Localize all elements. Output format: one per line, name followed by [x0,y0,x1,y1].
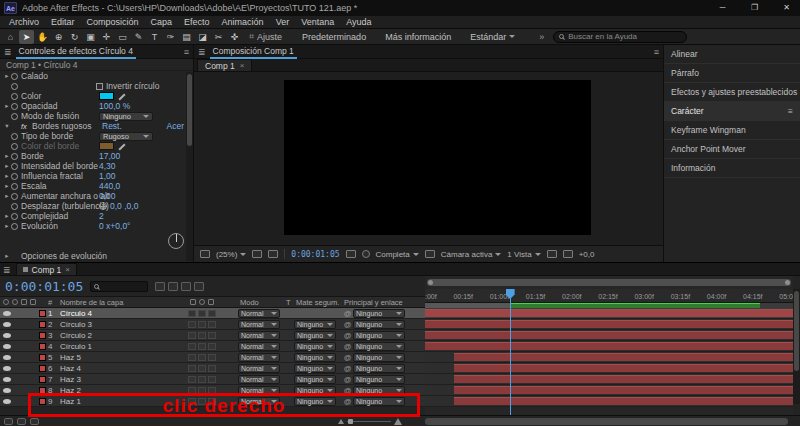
stopwatch-icon[interactable] [11,193,18,200]
parent-pickwhip-icon[interactable]: @ [342,342,353,351]
layer-name[interactable]: Haz 3 [60,375,188,384]
tool-icon[interactable]: ✎ [131,30,146,44]
time-ruler[interactable]: :00f00:15f01:00f01:15f02:00f02:15f03:00f… [425,289,793,303]
menu-item[interactable]: Efecto [178,17,216,27]
layer-duration-bar[interactable] [425,331,793,339]
crosshair-icon[interactable] [99,202,107,210]
tool-icon[interactable]: ✂ [211,30,226,44]
column-track-matte[interactable]: Mate segum. [296,298,344,307]
layer-name[interactable]: Círculo 2 [60,331,188,340]
layer-switches[interactable] [188,365,238,372]
layer-duration-bar[interactable] [425,309,793,317]
active-camera-dropdown[interactable]: Cámara activa [441,250,502,259]
rotation-dial[interactable] [168,233,184,249]
search-input[interactable] [568,32,673,41]
menu-item[interactable]: Ventana [295,17,340,27]
color-swatch[interactable] [99,142,114,150]
sidebar-panel-header[interactable]: Efectos y ajustes preestablecidos [664,83,800,102]
twirl-icon[interactable]: ▸ [3,172,11,180]
track-matte-dropdown[interactable]: Ninguno [294,375,336,384]
visibility-toggle[interactable] [3,377,15,382]
column-layer-name[interactable]: Nombre de la capa [60,298,190,307]
tool-icon[interactable]: ⊕ [51,30,66,44]
parent-dropdown[interactable]: Ninguno [353,364,405,373]
parent-pickwhip-icon[interactable]: @ [342,353,353,362]
twirl-icon[interactable]: ▾ [3,122,11,130]
pixel-aspect-icon[interactable] [547,250,557,258]
layer-track[interactable] [425,396,793,407]
region-of-interest-icon[interactable] [425,250,435,258]
property-value[interactable]: 1,00 [99,171,116,181]
layer-switches[interactable] [188,321,238,328]
layer-color-swatch[interactable] [39,365,46,372]
composition-viewport[interactable] [194,72,663,245]
menu-item[interactable]: Composición [81,17,145,27]
tool-icon[interactable]: ✋ [35,30,50,44]
panel-menu-icon[interactable]: ≡ [788,106,793,116]
sidebar-panel-header[interactable]: Alinear [664,45,800,64]
layer-duration-bar[interactable] [425,342,793,350]
tool-icon[interactable]: ✛ [99,30,114,44]
property-value[interactable]: 0 x+0,0° [99,221,131,231]
layer-row[interactable]: 5 Haz 5 Normal Ninguno @ Ninguno [0,352,425,363]
snap-icon[interactable]: ⌗ [249,31,254,42]
blend-mode-dropdown[interactable]: Normal [238,342,280,351]
sidebar-panel-header[interactable]: Carácter ≡ [664,102,800,121]
magnification-dropdown[interactable]: (25%) [216,250,246,259]
layer-row[interactable]: 4 Círculo 1 Normal Ninguno @ Ninguno [0,341,425,352]
resolution-dropdown[interactable]: Completa [376,250,419,259]
fast-preview-icon[interactable] [563,250,573,258]
property-value[interactable]: 0,0 ,0,0 [110,201,138,211]
parent-pickwhip-icon[interactable]: @ [342,331,353,340]
layer-name[interactable]: Círculo 4 [60,309,188,318]
layer-track[interactable] [425,385,793,396]
track-matte-dropdown[interactable]: Ninguno [294,331,336,340]
property-value[interactable]: 100,0 % [99,101,130,111]
layer-track[interactable] [425,341,793,352]
property-value[interactable]: 0,00 [99,191,116,201]
visibility-toggle[interactable] [3,333,15,338]
tool-icon[interactable]: ✑ [163,30,178,44]
blend-mode-dropdown[interactable]: Normal [238,309,280,318]
layer-track[interactable] [425,330,793,341]
layer-track[interactable] [425,374,793,385]
scrollbar-thumb[interactable] [187,74,192,146]
blend-mode-dropdown[interactable]: Normal [238,364,280,373]
mask-visibility-icon[interactable] [268,250,278,258]
effects-scrollbar[interactable] [186,72,193,261]
layer-color-swatch[interactable] [39,354,46,361]
track-matte-dropdown[interactable]: Ninguno [294,353,336,362]
tool-icon[interactable]: ⌂ [3,30,18,44]
timeline-vertical-scrollbar[interactable] [793,289,800,404]
column-parent[interactable]: Principal y enlace [344,298,425,307]
visibility-toggle[interactable] [3,388,15,393]
workspace-predeterminado[interactable]: Predeterminado [293,32,375,42]
twirl-icon[interactable]: ▸ [3,252,11,260]
tool-icon[interactable]: ↻ [67,30,82,44]
minimize-button[interactable]: ─ [709,0,736,16]
stopwatch-icon[interactable] [11,113,18,120]
expand-layer-switches-icon[interactable] [4,418,13,425]
menu-item[interactable]: Animación [216,17,270,27]
panel-menu-icon[interactable]: ≡ [654,47,659,57]
menu-item[interactable]: Editar [45,17,81,27]
parent-pickwhip-icon[interactable]: @ [342,309,353,318]
sidebar-panel-header[interactable]: Párrafo [664,64,800,83]
column-switches[interactable] [190,299,240,305]
tool-icon[interactable]: ◪ [195,30,210,44]
blend-mode-dropdown[interactable]: Normal [238,320,280,329]
layer-color-swatch[interactable] [39,332,46,339]
timeline-tab[interactable]: Comp 1 × [16,263,77,275]
blend-mode-dropdown[interactable]: Normal [238,331,280,340]
layer-track[interactable] [425,363,793,374]
sidebar-panel-header[interactable]: Anchor Point Mover [664,140,800,159]
tool-icon[interactable]: ▭ [115,30,130,44]
composition-tab[interactable]: Composición Comp 1 [210,45,297,59]
sidebar-panel-header[interactable]: Keyframe Wingman [664,121,800,140]
effect-controls-tab[interactable]: Controles de efectos Círculo 4 [16,45,136,59]
zoom-out-mountain-icon[interactable] [338,419,344,424]
track-matte-dropdown[interactable]: Ninguno [294,320,336,329]
panel-group-icon[interactable]: ≣ [4,47,12,57]
layer-switches[interactable] [188,376,238,383]
property-value[interactable]: 17,00 [99,151,120,161]
